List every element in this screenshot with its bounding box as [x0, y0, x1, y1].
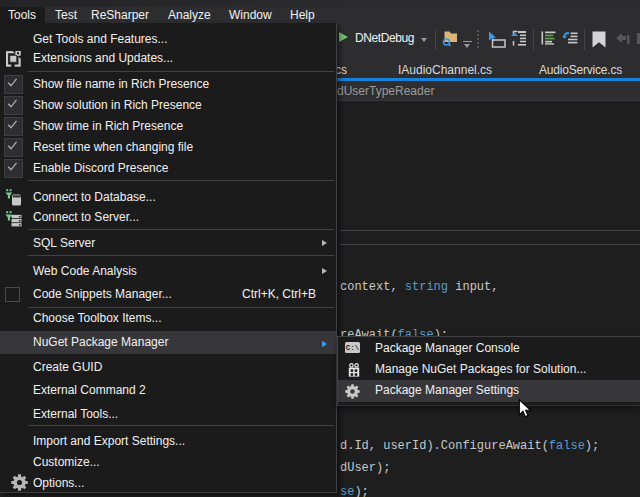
svg-text:C:\: C:\	[346, 344, 360, 352]
